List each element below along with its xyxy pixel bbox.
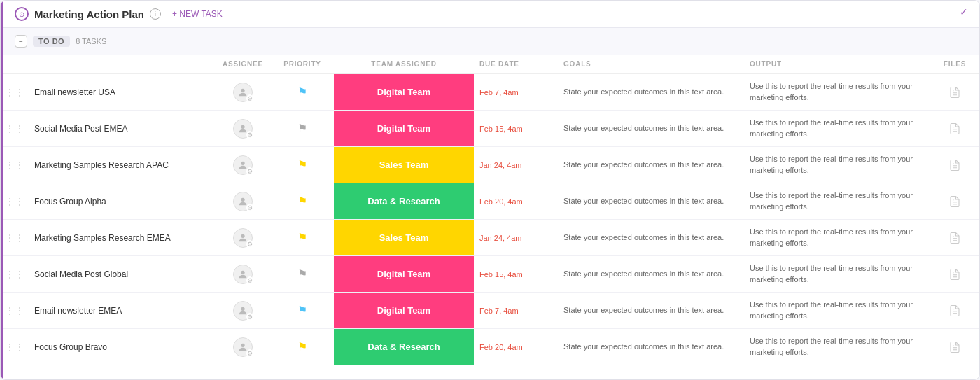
file-icon	[948, 122, 961, 136]
col-header-priority: PRIORITY	[271, 57, 334, 71]
output-text: Use this to report the real-time results…	[750, 190, 925, 212]
team-cell[interactable]: Sales Team	[334, 147, 474, 183]
goals-cell[interactable]: State your expected outcomes in this tex…	[558, 329, 744, 365]
file-icon	[948, 340, 961, 354]
team-cell[interactable]: Digital Team	[334, 293, 474, 328]
collapse-button[interactable]: −	[15, 35, 27, 48]
avatar[interactable]: ⚙	[233, 337, 253, 357]
section-header: − TO DO 8 TASKS	[1, 28, 979, 55]
svg-point-0	[241, 88, 244, 92]
output-cell[interactable]: Use this to report the real-time results…	[744, 220, 930, 255]
table-row: ⋮⋮Email newsletter EMEA ⚙ ⚑Digital TeamF…	[1, 293, 979, 329]
output-cell[interactable]: Use this to report the real-time results…	[744, 293, 930, 328]
new-task-button[interactable]: + NEW TASK	[167, 6, 228, 22]
assignee-cell[interactable]: ⚙	[215, 111, 271, 146]
goals-cell[interactable]: State your expected outcomes in this tex…	[558, 220, 744, 255]
priority-cell[interactable]: ⚑	[271, 220, 334, 255]
goals-cell[interactable]: State your expected outcomes in this tex…	[558, 183, 744, 219]
files-cell[interactable]	[930, 220, 979, 255]
avatar[interactable]: ⚙	[233, 228, 253, 248]
team-cell[interactable]: Digital Team	[334, 111, 474, 146]
team-cell[interactable]: Digital Team	[334, 256, 474, 292]
file-icon	[948, 195, 961, 209]
priority-cell[interactable]: ⚑	[271, 147, 334, 183]
files-cell[interactable]	[930, 329, 979, 365]
team-badge: Sales Team	[334, 147, 474, 183]
team-cell[interactable]: Digital Team	[334, 74, 474, 110]
priority-cell[interactable]: ⚑	[271, 183, 334, 219]
table-row: ⋮⋮Social Media Post Global ⚙ ⚑Digital Te…	[1, 256, 979, 293]
drag-handle[interactable]: ⋮⋮	[1, 293, 29, 328]
team-cell[interactable]: Data & Research	[334, 183, 474, 219]
due-date: Feb 15, 4am	[479, 125, 523, 133]
goals-cell[interactable]: State your expected outcomes in this tex…	[558, 111, 744, 146]
assignee-cell[interactable]: ⚙	[215, 293, 271, 328]
files-cell[interactable]	[930, 111, 979, 146]
avatar[interactable]: ⚙	[233, 265, 253, 284]
priority-cell[interactable]: ⚑	[271, 111, 334, 146]
output-cell[interactable]: Use this to report the real-time results…	[744, 74, 930, 110]
column-headers: ASSIGNEE PRIORITY TEAM ASSIGNED DUE DATE…	[1, 55, 979, 74]
col-header-assignee: ASSIGNEE	[215, 57, 271, 71]
files-cell[interactable]	[930, 183, 979, 219]
priority-cell[interactable]: ⚑	[271, 293, 334, 328]
goals-cell[interactable]: State your expected outcomes in this tex…	[558, 147, 744, 183]
settings-icon: ⚙	[246, 349, 253, 358]
svg-point-15	[241, 270, 244, 274]
output-cell[interactable]: Use this to report the real-time results…	[744, 256, 930, 292]
due-date-cell: Feb 7, 4am	[474, 74, 558, 110]
assignee-cell[interactable]: ⚙	[215, 147, 271, 183]
avatar[interactable]: ⚙	[233, 83, 253, 102]
priority-cell[interactable]: ⚑	[271, 74, 334, 110]
settings-icon: ⚙	[246, 240, 253, 248]
page-title: Marketing Action Plan	[34, 8, 144, 20]
goals-cell[interactable]: State your expected outcomes in this tex…	[558, 256, 744, 292]
files-cell[interactable]	[930, 147, 979, 183]
files-cell[interactable]	[930, 256, 979, 292]
drag-handle[interactable]: ⋮⋮	[1, 147, 29, 183]
output-cell[interactable]: Use this to report the real-time results…	[744, 147, 930, 183]
confirm-icon[interactable]: ✓	[960, 6, 968, 17]
due-date-cell: Feb 15, 4am	[474, 111, 558, 146]
avatar[interactable]: ⚙	[233, 192, 253, 211]
assignee-cell[interactable]: ⚙	[215, 74, 271, 110]
drag-handle[interactable]: ⋮⋮	[1, 220, 29, 255]
output-cell[interactable]: Use this to report the real-time results…	[744, 329, 930, 365]
assignee-cell[interactable]: ⚙	[215, 256, 271, 292]
file-icon	[948, 85, 961, 99]
priority-cell[interactable]: ⚑	[271, 329, 334, 365]
files-cell[interactable]	[930, 74, 979, 110]
team-cell[interactable]: Sales Team	[334, 220, 474, 255]
output-cell[interactable]: Use this to report the real-time results…	[744, 111, 930, 146]
goals-cell[interactable]: State your expected outcomes in this tex…	[558, 293, 744, 328]
drag-handle[interactable]: ⋮⋮	[1, 74, 29, 110]
drag-handle[interactable]: ⋮⋮	[1, 256, 29, 292]
col-header-files: FILES	[930, 57, 979, 71]
assignee-cell[interactable]: ⚙	[215, 183, 271, 219]
drag-handle[interactable]: ⋮⋮	[1, 111, 29, 146]
circle-check-icon[interactable]: ⊙	[15, 7, 29, 21]
team-cell[interactable]: Data & Research	[334, 329, 474, 365]
priority-flag: ⚑	[298, 304, 307, 317]
task-name: Focus Group Bravo	[29, 329, 215, 365]
output-cell[interactable]: Use this to report the real-time results…	[744, 183, 930, 219]
top-bar: ⊙ Marketing Action Plan i + NEW TASK ✓	[1, 1, 979, 28]
due-date-cell: Feb 15, 4am	[474, 256, 558, 292]
assignee-cell[interactable]: ⚙	[215, 329, 271, 365]
goals-text: State your expected outcomes in this tex…	[564, 342, 724, 352]
drag-handle[interactable]: ⋮⋮	[1, 329, 29, 365]
output-text: Use this to report the real-time results…	[750, 263, 925, 285]
info-icon[interactable]: i	[150, 8, 161, 20]
col-header-output: OUTPUT	[744, 57, 930, 71]
goals-text: State your expected outcomes in this tex…	[564, 160, 724, 170]
avatar[interactable]: ⚙	[233, 119, 253, 139]
avatar[interactable]: ⚙	[233, 155, 253, 175]
files-cell[interactable]	[930, 293, 979, 328]
team-badge: Sales Team	[334, 220, 474, 255]
due-date-cell: Jan 24, 4am	[474, 220, 558, 255]
drag-handle[interactable]: ⋮⋮	[1, 183, 29, 219]
goals-cell[interactable]: State your expected outcomes in this tex…	[558, 74, 744, 110]
assignee-cell[interactable]: ⚙	[215, 220, 271, 255]
avatar[interactable]: ⚙	[233, 301, 253, 321]
priority-cell[interactable]: ⚑	[271, 256, 334, 292]
